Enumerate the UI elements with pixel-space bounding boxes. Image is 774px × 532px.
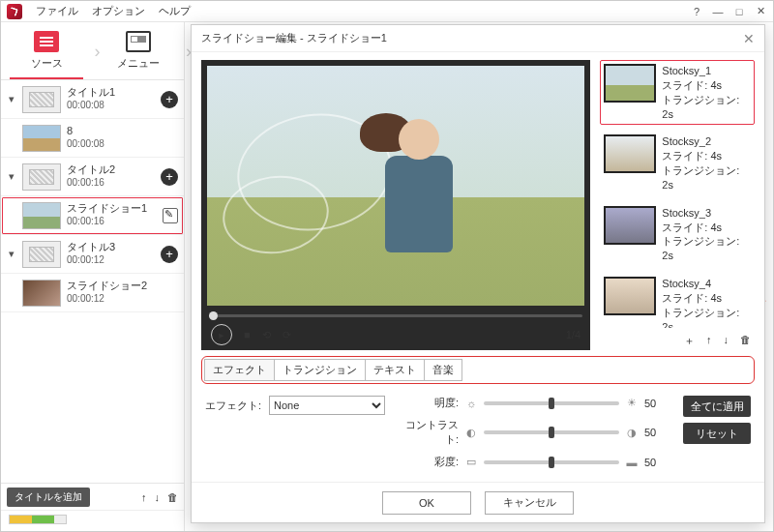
- rotate-right-icon[interactable]: ⟳: [283, 329, 291, 341]
- item-title: タイトル2: [67, 163, 115, 177]
- add-clip-button[interactable]: +: [161, 246, 178, 263]
- source-row[interactable]: ▾タイトル200:00:16+: [1, 158, 184, 196]
- tab-music[interactable]: 音楽: [424, 359, 462, 381]
- slide-dur: スライド: 4s: [662, 78, 751, 93]
- add-slide-icon[interactable]: ＋: [684, 334, 695, 348]
- cancel-button[interactable]: キャンセル: [485, 491, 574, 515]
- slide-name: Stocksy_3: [662, 206, 751, 221]
- slide-counter: 1/4: [566, 329, 580, 340]
- saturation-low-icon: ▭: [464, 456, 478, 468]
- disclosure-icon[interactable]: ▾: [7, 248, 16, 260]
- slide-down-icon[interactable]: ↓: [724, 334, 729, 348]
- reset-button[interactable]: リセット: [683, 423, 751, 444]
- rotate-left-icon[interactable]: ⟲: [262, 329, 271, 341]
- close-icon[interactable]: ✕: [754, 5, 767, 18]
- capacity-bar: [1, 510, 184, 531]
- thumbnail: [22, 86, 61, 113]
- item-title: スライドショー2: [67, 280, 147, 293]
- slide-trans: トランジション: 2s: [662, 163, 751, 192]
- slide-dur: スライド: 4s: [662, 149, 751, 163]
- slide-item[interactable]: Stocksy_3スライド: 4sトランジション: 2s: [600, 202, 755, 267]
- source-row[interactable]: ▾タイトル100:00:08+: [1, 80, 184, 119]
- slide-item[interactable]: Stocksy_4スライド: 4sトランジション: 2s: [600, 273, 755, 328]
- app-logo: [7, 4, 22, 19]
- slide-item[interactable]: Stocksy_2スライド: 4sトランジション: 2s: [600, 131, 755, 195]
- help-icon[interactable]: ?: [690, 5, 703, 18]
- brightness-value: 50: [644, 398, 668, 409]
- item-title: 8: [67, 125, 104, 138]
- stop-button[interactable]: ■: [244, 329, 251, 340]
- slide-dur: スライド: 4s: [662, 221, 751, 235]
- item-title: タイトル3: [67, 241, 115, 254]
- play-button[interactable]: ▸: [211, 324, 232, 345]
- item-duration: 00:00:16: [67, 177, 115, 190]
- source-icon: [34, 31, 59, 52]
- effect-label: エフェクト:: [205, 399, 261, 413]
- contrast-slider[interactable]: [484, 430, 619, 434]
- slide-trans: トランジション: 2s: [662, 234, 751, 263]
- source-row[interactable]: 800:00:08: [1, 119, 184, 158]
- delete-icon[interactable]: 🗑: [167, 491, 178, 503]
- thumbnail: [22, 241, 61, 268]
- move-down-icon[interactable]: ↓: [155, 491, 161, 503]
- tab-source[interactable]: ソース ›: [1, 22, 93, 79]
- slide-thumb: [604, 206, 656, 245]
- saturation-value: 50: [644, 457, 668, 468]
- thumbnail: [22, 125, 61, 152]
- menu-option[interactable]: オプション: [92, 4, 145, 18]
- slide-delete-icon[interactable]: 🗑: [740, 334, 751, 348]
- slideshow-edit-dialog: スライドショー編集 - スライドショー1 ✕ ▸ ■ ⟲ ⟳ 1/4: [191, 24, 765, 523]
- slide-item[interactable]: Stocksy_1スライド: 4sトランジション: 2s: [600, 60, 755, 125]
- tab-menu-label: メニュー: [117, 56, 160, 71]
- minimize-icon[interactable]: —: [711, 5, 725, 18]
- item-title: スライドショー1: [67, 202, 147, 216]
- item-duration: 00:00:12: [67, 293, 147, 306]
- maximize-icon[interactable]: □: [732, 5, 746, 18]
- thumbnail: [22, 202, 61, 229]
- source-row[interactable]: ▾タイトル300:00:12+: [1, 235, 184, 274]
- slide-name: Stocksy_4: [662, 277, 751, 291]
- item-duration: 00:00:08: [67, 138, 104, 151]
- tab-text[interactable]: テキスト: [365, 359, 425, 381]
- effect-select[interactable]: None: [269, 396, 385, 415]
- dialog-close-icon[interactable]: ✕: [743, 31, 755, 46]
- edit-icon[interactable]: [163, 208, 178, 223]
- capacity-meter: [9, 515, 67, 524]
- slide-trans: トランジション: 2s: [662, 93, 751, 122]
- slide-name: Stocksy_1: [662, 64, 751, 78]
- tab-transition[interactable]: トランジション: [274, 359, 366, 381]
- source-row[interactable]: スライドショー200:00:12: [1, 274, 184, 312]
- ok-button[interactable]: OK: [382, 491, 471, 515]
- saturation-high-icon: ▬: [625, 457, 639, 468]
- tab-effect[interactable]: エフェクト: [204, 359, 275, 381]
- source-row[interactable]: スライドショー100:00:16: [1, 196, 184, 235]
- thumbnail: [22, 280, 61, 307]
- contrast-high-icon: ◑: [625, 427, 639, 439]
- add-title-button[interactable]: タイトルを追加: [7, 488, 90, 507]
- tab-menu[interactable]: メニュー ›: [93, 22, 185, 79]
- slide-up-icon[interactable]: ↑: [706, 334, 712, 348]
- preview-pane: ▸ ■ ⟲ ⟳ 1/4: [201, 60, 590, 350]
- apply-all-button[interactable]: 全てに適用: [683, 396, 751, 417]
- contrast-label: コントラスト:: [401, 418, 459, 447]
- brightness-slider[interactable]: [484, 401, 619, 405]
- item-duration: 00:00:12: [67, 254, 115, 267]
- add-clip-button[interactable]: +: [161, 91, 178, 108]
- contrast-low-icon: ◐: [464, 427, 478, 439]
- thumbnail: [22, 163, 61, 191]
- menu-file[interactable]: ファイル: [36, 4, 78, 18]
- tab-source-label: ソース: [31, 56, 63, 71]
- seek-bar[interactable]: [201, 311, 590, 319]
- saturation-slider[interactable]: [484, 460, 619, 464]
- slide-thumb: [604, 134, 656, 173]
- move-up-icon[interactable]: ↑: [141, 491, 147, 503]
- add-clip-button[interactable]: +: [161, 168, 178, 186]
- disclosure-icon[interactable]: ▾: [7, 170, 16, 183]
- left-panel: ソース › メニュー › ▾タイトル100:00:08+800:00:08▾タイ…: [1, 22, 185, 531]
- menu-help[interactable]: ヘルプ: [159, 4, 191, 18]
- disclosure-icon[interactable]: ▾: [7, 93, 16, 105]
- item-title: タイトル1: [67, 86, 115, 100]
- source-list: ▾タイトル100:00:08+800:00:08▾タイトル200:00:16+ス…: [1, 80, 184, 483]
- slide-thumb: [604, 64, 656, 103]
- slide-list: Stocksy_1スライド: 4sトランジション: 2sStocksy_2スライ…: [600, 60, 755, 328]
